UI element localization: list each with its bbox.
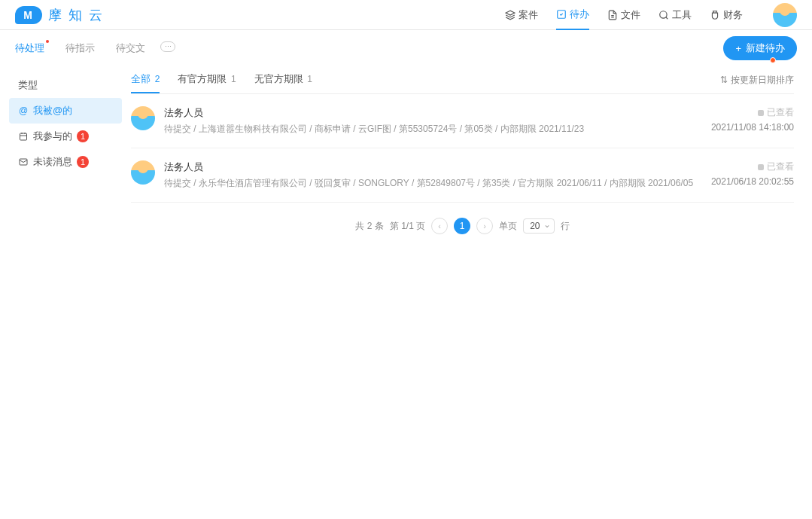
item-status: 已查看 — [711, 106, 794, 119]
sidebar-item-label: 我被@的 — [33, 104, 72, 118]
new-todo-button[interactable]: + 新建待办 — [723, 36, 797, 60]
subtabs: 待处理 待指示 待交文 ⋯ — [15, 41, 175, 55]
status-dot-icon — [758, 164, 764, 170]
prev-page-button[interactable]: ‹ — [431, 218, 448, 234]
main: 全部 2 有官方期限 1 无官方期限 1 ⇅ 按更新日期排序 法务人员 待提交 — [122, 66, 803, 255]
perpage-post: 行 — [561, 220, 570, 233]
item-meta: 待提交 / 永乐华住酒店管理有限公司 / 驳回复审 / SONGLORY / 第… — [164, 177, 702, 190]
item-title: 法务人员 — [164, 160, 702, 174]
filter-has-deadline[interactable]: 有官方期限 1 — [178, 72, 236, 93]
plus-icon: + — [735, 43, 741, 54]
nav-tools[interactable]: 工具 — [658, 1, 692, 29]
nav-cases[interactable]: 案件 — [505, 1, 538, 29]
badge: 1 — [77, 156, 89, 168]
filter-all[interactable]: 全部 2 — [131, 72, 160, 93]
perpage-pre: 单页 — [499, 220, 517, 233]
layers-icon — [505, 10, 515, 20]
badge: 1 — [77, 130, 89, 142]
check-square-icon — [556, 9, 567, 20]
logo[interactable]: M 摩 知 云 — [15, 6, 104, 24]
svg-point-1 — [660, 11, 667, 17]
header: M 摩 知 云 案件 待办 文件 工具 财务 — [0, 0, 812, 30]
page-info: 第 1/1 页 — [390, 220, 425, 233]
list-item[interactable]: 法务人员 待提交 / 上海道嚣生物科技有限公司 / 商标申请 / 云GIF图 /… — [131, 94, 794, 148]
mail-icon — [18, 157, 29, 167]
list-item[interactable]: 法务人员 待提交 / 永乐华住酒店管理有限公司 / 驳回复审 / SONGLOR… — [131, 148, 794, 203]
filter-tabs: 全部 2 有官方期限 1 无官方期限 1 ⇅ 按更新日期排序 — [131, 72, 794, 94]
subtab-submit[interactable]: 待交文 — [116, 41, 145, 55]
sidebar: 类型 @ 我被@的 我参与的 1 未读消息 1 — [9, 66, 122, 255]
subheader: 待处理 待指示 待交文 ⋯ + 新建待办 — [0, 30, 812, 66]
at-icon: @ — [18, 105, 29, 116]
sidebar-item-label: 未读消息 — [33, 155, 72, 169]
sort-icon: ⇅ — [720, 75, 728, 85]
more-tabs-button[interactable]: ⋯ — [160, 41, 175, 52]
top-nav: 案件 待办 文件 工具 财务 — [505, 0, 797, 30]
subtab-instruct[interactable]: 待指示 — [65, 41, 95, 55]
nav-files[interactable]: 文件 — [607, 1, 640, 29]
logo-icon: M — [15, 6, 42, 24]
item-body: 法务人员 待提交 / 上海道嚣生物科技有限公司 / 商标申请 / 云GIF图 /… — [164, 106, 702, 136]
todo-list: 法务人员 待提交 / 上海道嚣生物科技有限公司 / 商标申请 / 云GIF图 /… — [131, 94, 794, 203]
item-right: 已查看 2021/11/08 14:18:00 — [711, 106, 794, 133]
money-bag-icon — [710, 10, 720, 20]
page-number[interactable]: 1 — [454, 218, 470, 234]
user-avatar[interactable] — [773, 3, 797, 27]
item-status: 已查看 — [711, 160, 794, 173]
total-count: 共 2 条 — [355, 220, 383, 233]
perpage-select[interactable]: 20 — [523, 218, 554, 234]
status-dot-icon — [758, 110, 764, 116]
sidebar-title: 类型 — [9, 72, 122, 98]
item-time: 2021/06/18 20:02:55 — [711, 176, 794, 187]
search-icon — [658, 10, 669, 20]
nav-finance[interactable]: 财务 — [710, 1, 743, 29]
item-avatar — [131, 106, 155, 130]
sidebar-item-at-me[interactable]: @ 我被@的 — [9, 98, 122, 124]
item-body: 法务人员 待提交 / 永乐华住酒店管理有限公司 / 驳回复审 / SONGLOR… — [164, 160, 702, 190]
pagination: 共 2 条 第 1/1 页 ‹ 1 › 单页 20 行 — [131, 203, 794, 249]
subtab-pending[interactable]: 待处理 — [15, 41, 44, 55]
item-time: 2021/11/08 14:18:00 — [711, 122, 794, 133]
sidebar-item-unread[interactable]: 未读消息 1 — [9, 149, 122, 175]
item-right: 已查看 2021/06/18 20:02:55 — [711, 160, 794, 187]
content: 类型 @ 我被@的 我参与的 1 未读消息 1 全部 2 有官 — [0, 66, 812, 255]
next-page-button[interactable]: › — [476, 218, 493, 234]
sort-button[interactable]: ⇅ 按更新日期排序 — [720, 72, 794, 93]
svg-rect-2 — [20, 133, 27, 140]
nav-todo[interactable]: 待办 — [556, 0, 589, 30]
sidebar-item-label: 我参与的 — [33, 130, 72, 143]
brand-name: 摩 知 云 — [48, 6, 104, 24]
item-avatar — [131, 160, 155, 185]
notification-dot — [46, 40, 49, 43]
filter-no-deadline[interactable]: 无官方期限 1 — [254, 72, 312, 93]
sidebar-item-participate[interactable]: 我参与的 1 — [9, 124, 122, 149]
item-meta: 待提交 / 上海道嚣生物科技有限公司 / 商标申请 / 云GIF图 / 第553… — [164, 123, 702, 136]
file-icon — [607, 10, 618, 20]
notification-dot — [770, 57, 776, 63]
item-title: 法务人员 — [164, 106, 702, 120]
calendar-icon — [18, 131, 29, 142]
